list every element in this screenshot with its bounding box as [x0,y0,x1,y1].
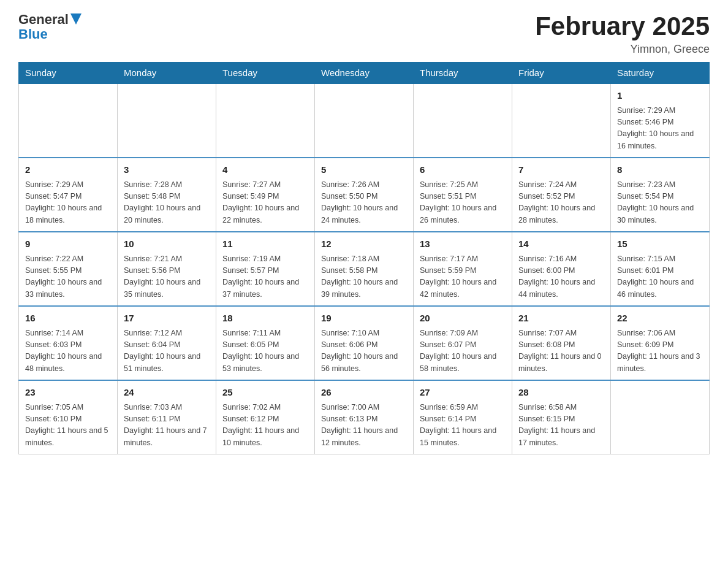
svg-marker-0 [70,13,82,25]
calendar-day-header: Sunday [19,63,118,84]
calendar-week-row: 16Sunrise: 7:14 AM Sunset: 6:03 PM Dayli… [19,306,710,380]
calendar-day-cell [118,83,216,158]
day-info: Sunrise: 6:58 AM Sunset: 6:15 PM Dayligh… [518,402,604,450]
calendar-day-cell: 27Sunrise: 6:59 AM Sunset: 6:14 PM Dayli… [414,380,512,454]
day-info: Sunrise: 7:06 AM Sunset: 6:09 PM Dayligh… [617,327,703,375]
calendar-day-cell: 14Sunrise: 7:16 AM Sunset: 6:00 PM Dayli… [512,232,611,306]
day-number: 26 [321,386,407,400]
day-number: 18 [222,312,308,326]
calendar-header-row: SundayMondayTuesdayWednesdayThursdayFrid… [19,63,710,84]
day-number: 4 [222,163,308,177]
calendar-day-cell: 9Sunrise: 7:22 AM Sunset: 5:55 PM Daylig… [19,232,118,306]
day-number: 22 [617,312,703,326]
calendar-day-cell [19,83,118,158]
calendar-day-cell: 3Sunrise: 7:28 AM Sunset: 5:48 PM Daylig… [118,158,216,232]
day-info: Sunrise: 7:18 AM Sunset: 5:58 PM Dayligh… [321,253,407,301]
day-info: Sunrise: 7:10 AM Sunset: 6:06 PM Dayligh… [321,327,407,375]
day-info: Sunrise: 7:21 AM Sunset: 5:56 PM Dayligh… [124,253,210,301]
day-number: 13 [420,237,506,251]
calendar-day-cell: 10Sunrise: 7:21 AM Sunset: 5:56 PM Dayli… [118,232,216,306]
calendar-day-cell: 20Sunrise: 7:09 AM Sunset: 6:07 PM Dayli… [414,306,512,380]
day-number: 17 [124,312,210,326]
location-subtitle: Yimnon, Greece [535,43,710,56]
calendar-day-cell: 23Sunrise: 7:05 AM Sunset: 6:10 PM Dayli… [19,380,118,454]
day-number: 5 [321,163,407,177]
calendar-day-cell [216,83,315,158]
day-info: Sunrise: 7:23 AM Sunset: 5:54 PM Dayligh… [617,179,703,227]
calendar-week-row: 23Sunrise: 7:05 AM Sunset: 6:10 PM Dayli… [19,380,710,454]
day-number: 20 [420,312,506,326]
day-number: 14 [518,237,604,251]
day-number: 8 [617,163,703,177]
day-info: Sunrise: 7:12 AM Sunset: 6:04 PM Dayligh… [124,327,210,375]
day-info: Sunrise: 7:16 AM Sunset: 6:00 PM Dayligh… [518,253,604,301]
calendar-week-row: 1Sunrise: 7:29 AM Sunset: 5:46 PM Daylig… [19,83,710,158]
month-year-title: February 2025 [535,12,710,40]
logo-blue-text: Blue [18,27,48,42]
calendar-day-cell [315,83,414,158]
calendar-day-cell: 7Sunrise: 7:24 AM Sunset: 5:52 PM Daylig… [512,158,611,232]
logo-general-text: General [18,12,69,27]
calendar-day-cell: 21Sunrise: 7:07 AM Sunset: 6:08 PM Dayli… [512,306,611,380]
calendar-day-cell: 24Sunrise: 7:03 AM Sunset: 6:11 PM Dayli… [118,380,216,454]
day-number: 15 [617,237,703,251]
calendar-day-cell: 18Sunrise: 7:11 AM Sunset: 6:05 PM Dayli… [216,306,315,380]
page-header: General Blue February 2025 Yimnon, Greec… [18,12,710,56]
day-info: Sunrise: 7:02 AM Sunset: 6:12 PM Dayligh… [222,402,308,450]
day-number: 23 [25,386,111,400]
calendar-day-cell: 12Sunrise: 7:18 AM Sunset: 5:58 PM Dayli… [315,232,414,306]
day-number: 3 [124,163,210,177]
day-info: Sunrise: 7:14 AM Sunset: 6:03 PM Dayligh… [25,327,111,375]
title-block: February 2025 Yimnon, Greece [535,12,710,56]
calendar-day-cell: 28Sunrise: 6:58 AM Sunset: 6:15 PM Dayli… [512,380,611,454]
day-number: 9 [25,237,111,251]
calendar-table: SundayMondayTuesdayWednesdayThursdayFrid… [18,62,710,454]
day-info: Sunrise: 7:29 AM Sunset: 5:46 PM Dayligh… [617,105,703,153]
day-number: 25 [222,386,308,400]
calendar-day-header: Friday [512,63,611,84]
calendar-day-cell: 1Sunrise: 7:29 AM Sunset: 5:46 PM Daylig… [611,83,710,158]
calendar-day-cell: 2Sunrise: 7:29 AM Sunset: 5:47 PM Daylig… [19,158,118,232]
calendar-day-cell: 16Sunrise: 7:14 AM Sunset: 6:03 PM Dayli… [19,306,118,380]
day-number: 16 [25,312,111,326]
calendar-day-header: Thursday [414,63,512,84]
day-info: Sunrise: 7:00 AM Sunset: 6:13 PM Dayligh… [321,402,407,450]
day-number: 24 [124,386,210,400]
day-number: 7 [518,163,604,177]
day-info: Sunrise: 7:22 AM Sunset: 5:55 PM Dayligh… [25,253,111,301]
calendar-day-cell: 6Sunrise: 7:25 AM Sunset: 5:51 PM Daylig… [414,158,512,232]
calendar-day-header: Tuesday [216,63,315,84]
day-info: Sunrise: 6:59 AM Sunset: 6:14 PM Dayligh… [420,402,506,450]
day-number: 12 [321,237,407,251]
logo: General Blue [18,12,82,42]
calendar-day-cell: 26Sunrise: 7:00 AM Sunset: 6:13 PM Dayli… [315,380,414,454]
day-number: 21 [518,312,604,326]
calendar-week-row: 2Sunrise: 7:29 AM Sunset: 5:47 PM Daylig… [19,158,710,232]
day-info: Sunrise: 7:25 AM Sunset: 5:51 PM Dayligh… [420,179,506,227]
calendar-day-cell [512,83,611,158]
day-number: 2 [25,163,111,177]
calendar-day-cell [611,380,710,454]
calendar-week-row: 9Sunrise: 7:22 AM Sunset: 5:55 PM Daylig… [19,232,710,306]
day-info: Sunrise: 7:26 AM Sunset: 5:50 PM Dayligh… [321,179,407,227]
day-info: Sunrise: 7:03 AM Sunset: 6:11 PM Dayligh… [124,402,210,450]
calendar-day-cell: 5Sunrise: 7:26 AM Sunset: 5:50 PM Daylig… [315,158,414,232]
day-info: Sunrise: 7:11 AM Sunset: 6:05 PM Dayligh… [222,327,308,375]
day-info: Sunrise: 7:29 AM Sunset: 5:47 PM Dayligh… [25,179,111,227]
calendar-day-cell: 8Sunrise: 7:23 AM Sunset: 5:54 PM Daylig… [611,158,710,232]
day-info: Sunrise: 7:28 AM Sunset: 5:48 PM Dayligh… [124,179,210,227]
calendar-day-cell: 19Sunrise: 7:10 AM Sunset: 6:06 PM Dayli… [315,306,414,380]
day-info: Sunrise: 7:05 AM Sunset: 6:10 PM Dayligh… [25,402,111,450]
day-info: Sunrise: 7:27 AM Sunset: 5:49 PM Dayligh… [222,179,308,227]
calendar-day-cell [414,83,512,158]
calendar-day-cell: 11Sunrise: 7:19 AM Sunset: 5:57 PM Dayli… [216,232,315,306]
calendar-day-cell: 13Sunrise: 7:17 AM Sunset: 5:59 PM Dayli… [414,232,512,306]
day-number: 19 [321,312,407,326]
calendar-day-cell: 25Sunrise: 7:02 AM Sunset: 6:12 PM Dayli… [216,380,315,454]
day-number: 1 [617,89,703,103]
calendar-day-header: Saturday [611,63,710,84]
calendar-day-header: Monday [118,63,216,84]
day-info: Sunrise: 7:24 AM Sunset: 5:52 PM Dayligh… [518,179,604,227]
day-info: Sunrise: 7:07 AM Sunset: 6:08 PM Dayligh… [518,327,604,375]
day-info: Sunrise: 7:19 AM Sunset: 5:57 PM Dayligh… [222,253,308,301]
